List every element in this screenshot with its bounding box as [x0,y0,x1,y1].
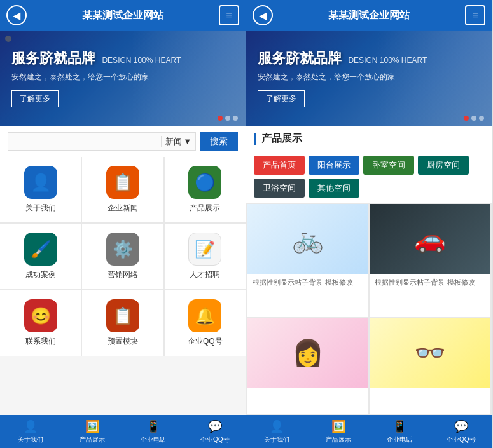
right-nav-item-2[interactable]: 📱 企业电话 [369,415,431,448]
product-card-3[interactable]: 👓 [370,318,490,414]
grid-icon-2: 🔵 [188,166,221,199]
grid-label-2: 产品展示 [190,203,220,214]
left-header-title: 某某测试企业网站 [27,9,219,22]
dot-2 [225,116,230,121]
product-desc-0: 根据性别显示帖子背景-模板修改 [247,274,368,291]
grid-label-5: 人才招聘 [190,269,220,280]
grid-label-3: 成功案例 [25,269,56,280]
right-banner: 服务跻就品牌 DESIGN 100% HEART 安然建之，泰然处之，给您一个放… [246,31,492,126]
product-card-0[interactable]: 🚲 根据性别显示帖子背景-模板修改 [247,204,368,317]
grid-icon-3: 🖌️ [24,233,57,266]
right-banner-en-title: DESIGN 100% HEART [348,56,427,65]
dropdown-arrow: ▼ [183,137,191,146]
right-nav-item-0[interactable]: 👤 关于我们 [246,415,308,448]
product-tab-5[interactable]: 其他空间 [309,179,359,198]
left-banner-cn-title: 服务跻就品牌 [11,50,95,66]
left-nav-item-3[interactable]: 💬 企业QQ号 [184,415,246,448]
search-dropdown-label: 新闻 [165,136,182,147]
dot-3 [233,116,238,121]
right-banner-content: 服务跻就品牌 DESIGN 100% HEART 安然建之，泰然处之，给您一个放… [246,39,438,118]
grid-label-4: 营销网络 [108,269,138,280]
right-banner-dots [464,116,484,121]
section-title-bar: 产品展示 [246,126,492,151]
right-panel: ◀ 某某测试企业网站 ≡ 服务跻就品牌 DESIGN 100% HEART 安然… [246,0,492,448]
left-nav-icon-2: 📱 [146,419,160,433]
right-nav-icon-2: 📱 [392,419,406,433]
right-nav-item-3[interactable]: 💬 企业QQ号 [431,415,492,448]
left-nav-icon-3: 💬 [208,419,222,433]
grid-label-8: 企业QQ号 [188,336,223,347]
right-nav-label-2: 企业电话 [387,435,412,444]
right-nav-icon-3: 💬 [454,419,468,433]
left-bottom-nav: 👤 关于我们 🖼️ 产品展示 📱 企业电话 💬 企业QQ号 [0,415,246,448]
product-tab-0[interactable]: 产品首页 [254,156,305,175]
grid-icon-6: 😊 [24,299,57,332]
product-img-3: 👓 [370,318,490,388]
right-dot-1 [464,116,469,121]
product-tabs: 产品首页阳台展示卧室空间厨房空间卫浴空间其他空间 [246,151,492,203]
right-banner-cn-title: 服务跻就品牌 [258,50,342,66]
product-tab-4[interactable]: 卫浴空间 [254,179,305,198]
grid-item-4[interactable]: ⚙️ 营销网络 [82,224,163,289]
right-back-button[interactable]: ◀ [253,5,273,25]
left-banner-en-title: DESIGN 100% HEART [102,56,181,65]
left-nav-item-2[interactable]: 📱 企业电话 [123,415,184,448]
grid-icon-8: 🔔 [188,299,221,332]
left-panel: ◀ 某某测试企业网站 ≡ 服务跻就品牌 DESIGN 100% HEART 安然… [0,0,246,448]
left-nav-icon-0: 👤 [24,419,38,433]
right-menu-button[interactable]: ≡ [465,5,485,25]
product-grid: 🚲 根据性别显示帖子背景-模板修改 🚗 根据性别显示帖子背景-模板修改 👩 👓 [246,203,492,415]
left-nav-item-0[interactable]: 👤 关于我们 [0,415,62,448]
grid-label-7: 预置模块 [108,336,138,347]
banner-indicator-dot [5,36,11,42]
grid-icon-5: 📝 [188,233,221,266]
left-back-button[interactable]: ◀ [6,5,27,25]
left-banner-content: 服务跻就品牌 DESIGN 100% HEART 安然建之，泰然处之，给您一个放… [0,39,192,118]
grid-icon-4: ⚙️ [106,233,139,266]
left-header: ◀ 某某测试企业网站 ≡ [0,0,246,31]
search-dropdown[interactable]: 新闻 ▼ [161,136,195,147]
left-banner-title-row: 服务跻就品牌 DESIGN 100% HEART [11,49,181,68]
grid-item-6[interactable]: 😊 联系我们 [0,290,81,356]
left-nav-label-1: 产品展示 [80,435,105,444]
back-icon: ◀ [13,10,20,22]
right-nav-icon-1: 🖼️ [331,419,345,433]
grid-item-1[interactable]: 📋 企业新闻 [82,157,163,222]
product-img-2: 👩 [247,318,368,388]
product-card-1[interactable]: 🚗 根据性别显示帖子背景-模板修改 [370,204,490,317]
grid-icon-7: 📋 [106,299,139,332]
right-nav-icon-0: 👤 [270,419,284,433]
left-nav-icon-1: 🖼️ [85,419,99,433]
section-indicator [254,133,256,145]
left-menu-button[interactable]: ≡ [219,5,239,25]
left-nav-item-1[interactable]: 🖼️ 产品展示 [62,415,123,448]
grid-item-7[interactable]: 📋 预置模块 [82,290,163,356]
product-img-0: 🚲 [247,204,368,274]
search-button[interactable]: 搜索 [200,132,238,151]
grid-label-1: 企业新闻 [108,203,138,214]
right-nav-label-1: 产品展示 [326,435,351,444]
left-banner: 服务跻就品牌 DESIGN 100% HEART 安然建之，泰然处之，给您一个放… [0,31,246,126]
grid-item-2[interactable]: 🔵 产品展示 [165,157,246,222]
left-banner-btn[interactable]: 了解更多 [11,90,59,107]
left-nav-label-2: 企业电话 [141,435,166,444]
grid-icon-1: 📋 [106,166,139,199]
search-input[interactable] [8,133,161,150]
right-banner-title-row: 服务跻就品牌 DESIGN 100% HEART [258,49,427,68]
right-banner-btn[interactable]: 了解更多 [258,90,305,107]
grid-item-8[interactable]: 🔔 企业QQ号 [165,290,246,356]
product-tab-2[interactable]: 卧室空间 [363,156,414,175]
grid-item-0[interactable]: 👤 关于我们 [0,157,81,222]
right-header-title: 某某测试企业网站 [273,9,465,22]
dot-1 [218,116,223,121]
right-nav-label-0: 关于我们 [264,435,289,444]
right-back-icon: ◀ [259,10,267,22]
right-nav-item-1[interactable]: 🖼️ 产品展示 [308,415,370,448]
grid-item-3[interactable]: 🖌️ 成功案例 [0,224,81,289]
product-tab-3[interactable]: 厨房空间 [418,156,469,175]
right-dot-2 [471,116,476,121]
grid-item-5[interactable]: 📝 人才招聘 [165,224,246,289]
grid-icon-0: 👤 [24,166,57,199]
product-tab-1[interactable]: 阳台展示 [309,156,359,175]
product-card-2[interactable]: 👩 [247,318,368,414]
